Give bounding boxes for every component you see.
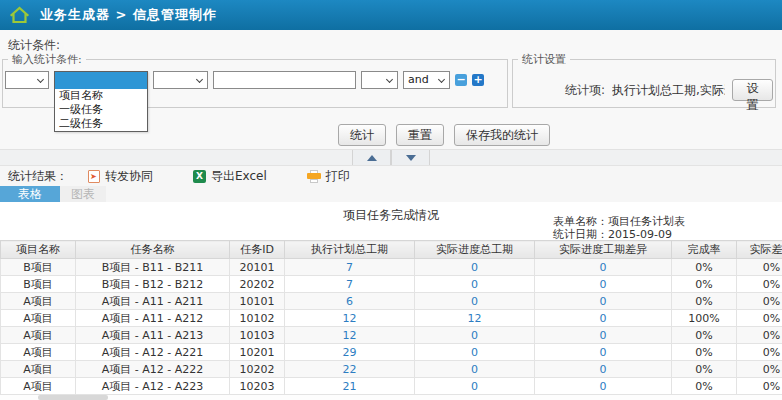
dropdown-option-empty[interactable]: [55, 72, 147, 89]
table-cell: A项目 - A12 - A223: [76, 378, 230, 395]
table-cell: 0%: [737, 344, 782, 361]
table-cell: B项目: [1, 259, 76, 276]
field-select[interactable]: 项目名称 一级任务 二级任务: [54, 71, 148, 89]
table-cell[interactable]: 12: [285, 310, 415, 327]
table-cell[interactable]: 29: [285, 344, 415, 361]
table-cell: 0%: [737, 361, 782, 378]
operator-select[interactable]: [153, 71, 208, 89]
table-cell[interactable]: 0: [535, 344, 672, 361]
table-cell: 10102: [230, 310, 285, 327]
report-area: 项目任务完成情况 表单名称：项目任务计划表 统计日期：2015-09-09 项目…: [0, 202, 782, 400]
triangle-down-icon: [406, 155, 416, 161]
collapse-bar: [0, 150, 782, 166]
results-label: 统计结果：: [8, 168, 68, 185]
table-cell[interactable]: 0: [415, 293, 535, 310]
table-cell: A项目 - A12 - A221: [76, 344, 230, 361]
horizontal-scrollbar[interactable]: [0, 395, 782, 400]
reset-button[interactable]: 重置: [396, 124, 444, 146]
chevron-down-icon: [386, 76, 393, 83]
table-cell[interactable]: 0: [415, 378, 535, 395]
collapse-down-button[interactable]: [391, 150, 430, 165]
table-cell: 0%: [737, 310, 782, 327]
results-toolbar: 统计结果： 转发协同 导出Excel 打印: [0, 166, 782, 186]
table-cell: A项目: [1, 327, 76, 344]
table-cell: A项目 - A11 - A213: [76, 327, 230, 344]
table-cell: A项目: [1, 361, 76, 378]
topbar: 业务生成器 > 信息管理制作: [0, 0, 782, 30]
statistics-button[interactable]: 统计: [338, 124, 386, 146]
dropdown-option-project-name[interactable]: 项目名称: [55, 89, 147, 103]
col-task-id: 任务ID: [230, 241, 285, 259]
dropdown-option-level2-task[interactable]: 二级任务: [55, 117, 147, 131]
table-cell: 10203: [230, 378, 285, 395]
col-plan-duration: 执行计划总工期: [285, 241, 415, 259]
table-cell[interactable]: 0: [415, 344, 535, 361]
table-cell[interactable]: 0: [535, 378, 672, 395]
scrollbar-thumb[interactable]: [38, 395, 108, 400]
forward-collaboration-button[interactable]: 转发协同: [88, 168, 153, 185]
configure-button[interactable]: 设置: [732, 79, 773, 101]
col-actual-duration: 实际进度总工期: [415, 241, 535, 259]
remove-condition-button[interactable]: −: [455, 74, 467, 86]
table-cell: 10101: [230, 293, 285, 310]
table-row: A项目A项目 - A11 - A2131010312000%0%: [1, 327, 782, 344]
print-button[interactable]: 打印: [307, 168, 350, 185]
table-cell[interactable]: 0: [415, 327, 535, 344]
table-cell: A项目: [1, 293, 76, 310]
bracket-select[interactable]: [5, 71, 49, 89]
table-cell[interactable]: 0: [415, 361, 535, 378]
table-cell[interactable]: 22: [285, 361, 415, 378]
table-cell[interactable]: 0: [535, 310, 672, 327]
logic-select[interactable]: and: [403, 71, 450, 89]
col-project-name: 项目名称: [1, 241, 76, 259]
stat-settings-fieldset: 统计设置 统计项: 执行计划总工期,实际进度总工 设置: [512, 52, 776, 108]
table-cell: 0%: [737, 378, 782, 395]
dropdown-option-level1-task[interactable]: 一级任务: [55, 103, 147, 117]
table-cell: A项目 - A11 - A212: [76, 310, 230, 327]
table-cell[interactable]: 0: [535, 293, 672, 310]
table-cell[interactable]: 0: [415, 259, 535, 276]
table-cell[interactable]: 12: [285, 327, 415, 344]
table-cell: 0%: [737, 259, 782, 276]
table-cell[interactable]: 0: [535, 259, 672, 276]
add-condition-button[interactable]: +: [472, 74, 484, 86]
action-buttons: 统计 重置 保存我的统计: [338, 124, 550, 146]
table-cell: 100%: [672, 310, 737, 327]
table-cell[interactable]: 12: [415, 310, 535, 327]
table-cell: 0%: [672, 327, 737, 344]
print-label: 打印: [326, 168, 350, 185]
forward-icon: [88, 170, 100, 183]
table-cell[interactable]: 0: [535, 327, 672, 344]
table-cell: 0%: [672, 259, 737, 276]
table-cell: A项目 - A12 - A222: [76, 361, 230, 378]
conditions-panel: 统计条件: 输入统计条件: 项目名称 一级任务 二级任务: [0, 30, 782, 150]
col-completion-rate: 完成率: [672, 241, 737, 259]
table-cell[interactable]: 7: [285, 276, 415, 293]
table-cell[interactable]: 0: [415, 276, 535, 293]
tab-chart[interactable]: 图表: [60, 186, 106, 202]
condition-value-input[interactable]: [213, 71, 356, 89]
home-icon[interactable]: [7, 4, 31, 26]
table-cell: B项目 - B11 - B211: [76, 259, 230, 276]
table-cell: 0%: [672, 344, 737, 361]
table-row: A项目A项目 - A12 - A2231020321000%0%: [1, 378, 782, 395]
table-cell: A项目: [1, 378, 76, 395]
table-cell[interactable]: 0: [535, 276, 672, 293]
collapse-up-button[interactable]: [352, 150, 391, 165]
table-cell[interactable]: 6: [285, 293, 415, 310]
results-table: 项目名称 任务名称 任务ID 执行计划总工期 实际进度总工期 实际进度工期差异 …: [0, 240, 782, 395]
tab-table[interactable]: 表格: [0, 186, 60, 202]
table-row: A项目A项目 - A12 - A2221020222000%0%: [1, 361, 782, 378]
table-cell: 0%: [672, 361, 737, 378]
export-excel-button[interactable]: 导出Excel: [193, 168, 267, 185]
table-cell: A项目: [1, 344, 76, 361]
table-cell: 20202: [230, 276, 285, 293]
save-statistics-button[interactable]: 保存我的统计: [454, 124, 550, 146]
forward-collaboration-label: 转发协同: [105, 168, 153, 185]
table-cell[interactable]: 0: [535, 361, 672, 378]
table-cell[interactable]: 21: [285, 378, 415, 395]
table-row: A项目A项目 - A11 - A2121010212120100%0%: [1, 310, 782, 327]
stat-settings-legend: 统计设置: [518, 52, 570, 67]
unit-select[interactable]: [361, 71, 398, 89]
table-cell[interactable]: 7: [285, 259, 415, 276]
